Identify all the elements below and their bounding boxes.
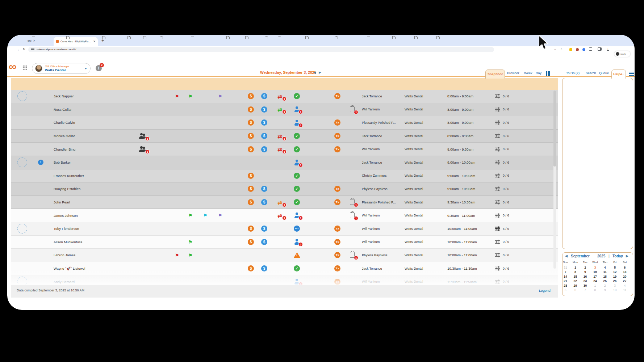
calendar-day[interactable]: 26 — [611, 279, 619, 283]
eligibility-verified-icon[interactable]: ✓ — [294, 146, 300, 152]
patient-balance-icon[interactable]: $ — [248, 93, 254, 99]
patient-balance-icon[interactable]: $ — [248, 239, 254, 245]
red-flag-icon[interactable]: ⚑ — [175, 94, 179, 98]
extension-icon[interactable] — [576, 48, 579, 51]
table-row[interactable]: Huaying Estables$$✓TxPhyless PaynlessWat… — [11, 182, 558, 196]
patient-name[interactable]: Charlie Calvin — [54, 116, 75, 129]
routing-slip-icon[interactable] — [495, 222, 501, 235]
calendar-day[interactable]: 6 — [571, 288, 580, 292]
calendar-day[interactable]: 1 — [591, 284, 599, 287]
table-row[interactable]: James Johnson⚑⚑⚑⇄111Will YankumWatts Den… — [11, 209, 558, 222]
eligibility-patient-icon[interactable]: 1 — [294, 212, 300, 218]
background-tab[interactable]: ero ✕ — [28, 39, 35, 42]
calendar-day[interactable]: 12 — [611, 270, 619, 274]
calendar-day[interactable]: 25 — [601, 279, 609, 283]
table-row[interactable]: Monica Gellar1$$⇄1✓TxJack TorranceWatts … — [11, 130, 558, 143]
calendar-day[interactable]: 5 — [611, 266, 619, 269]
calendar-day[interactable]: 10 — [611, 288, 619, 292]
extension-icon[interactable] — [569, 48, 572, 51]
prev-day-icon[interactable]: ◀ — [313, 71, 316, 74]
bookmark-star-icon[interactable]: ☆ — [560, 47, 563, 51]
calendar-day[interactable]: 3 — [611, 284, 619, 287]
green-flag-icon[interactable]: ⚑ — [188, 213, 193, 218]
forms-icon[interactable]: 1 — [350, 252, 356, 258]
calendar-day[interactable]: 22 — [571, 279, 580, 283]
treatment-plan-icon[interactable]: Tx — [334, 265, 340, 272]
prev-month-icon[interactable]: ◀ — [565, 254, 568, 258]
calendar-year[interactable]: 2025 — [597, 254, 605, 258]
forms-icon[interactable]: 1 — [350, 212, 356, 219]
search-link[interactable]: Search — [586, 71, 596, 75]
clinic-selector[interactable]: OG Office Manager Watts Dental ▼ — [32, 63, 91, 74]
treatment-plan-icon[interactable]: Tx — [334, 226, 340, 232]
tab-patient[interactable]: Halpe.. — [611, 70, 626, 79]
recare-icon[interactable]: ⇄1 — [277, 146, 284, 152]
appt-status-circle[interactable] — [17, 91, 27, 101]
calendar-day[interactable]: 20 — [620, 275, 629, 278]
table-row[interactable]: Chandler Bing1$$⇄1✓TxWill YankumWatts De… — [11, 143, 558, 156]
patient-name[interactable]: Lebron James — [54, 249, 75, 262]
routing-slip-icon[interactable] — [495, 90, 501, 103]
extensions-puzzle-icon[interactable] — [589, 47, 592, 51]
green-flag-icon[interactable]: ⚑ — [188, 253, 193, 257]
eligibility-patient-icon[interactable]: 0 — [294, 239, 300, 245]
patient-balance-icon[interactable]: $ — [248, 186, 254, 192]
eligibility-verified-icon[interactable]: ✓ — [294, 199, 300, 205]
recare-icon[interactable]: ⇄1 — [277, 106, 284, 112]
treatment-plan-icon[interactable]: Tx — [334, 252, 340, 258]
insurance-balance-icon[interactable]: $ — [261, 226, 267, 232]
routing-slip-icon[interactable] — [495, 262, 501, 275]
appt-status-circle[interactable] — [17, 224, 27, 233]
patient-name[interactable]: Toby Flenderson — [54, 222, 79, 235]
red-flag-icon[interactable]: ⚑ — [175, 253, 179, 257]
calendar-day[interactable]: 8 — [571, 270, 580, 274]
download-icon[interactable]: ↓ — [607, 47, 609, 51]
calendar-day[interactable]: 19 — [611, 275, 619, 278]
routing-slip-icon[interactable] — [495, 169, 501, 182]
patient-name[interactable]: Alison Muckenfuss — [54, 236, 82, 249]
tab-provider[interactable]: Provider — [507, 71, 519, 75]
calendar-day[interactable]: 29 — [571, 284, 580, 287]
insurance-balance-icon[interactable]: $ — [261, 93, 267, 99]
appt-status-circle[interactable] — [17, 157, 27, 167]
insurance-balance-icon[interactable]: $ — [261, 199, 267, 205]
calendar-day[interactable]: 9 — [581, 270, 590, 274]
new-patient-icon[interactable]: ! — [38, 160, 43, 165]
calendar-day[interactable]: 2 — [601, 284, 609, 287]
eligibility-verified-icon[interactable]: ✓ — [294, 173, 300, 179]
calendar-day[interactable]: 14 — [561, 275, 570, 278]
eligibility-patient-icon[interactable]: 1 — [294, 106, 300, 112]
table-row[interactable]: Wayne "🚀" Listowel$$✓TxJack TorranceWatt… — [11, 262, 558, 275]
calendar-day[interactable]: 11 — [620, 288, 629, 292]
side-panel-icon[interactable] — [598, 47, 602, 51]
routing-slip-icon[interactable] — [495, 130, 501, 143]
eligibility-verified-icon[interactable]: ✓ — [294, 186, 300, 192]
recare-icon[interactable]: ⇄1 — [277, 199, 284, 205]
household-appt-icon[interactable]: 1 — [138, 133, 147, 139]
eligibility-verified-icon[interactable]: ✓ — [294, 265, 300, 272]
reload-icon[interactable]: ↻ — [22, 47, 25, 51]
insurance-balance-icon[interactable]: $ — [261, 239, 267, 245]
calendar-day[interactable]: 9 — [601, 288, 609, 292]
table-row[interactable]: John Pearl$$⇄1✓Tx1Pleasantly Polished P.… — [11, 196, 558, 209]
treatment-plan-icon[interactable]: Tx — [334, 186, 340, 192]
calendar-day[interactable]: 15 — [571, 275, 580, 278]
recare-icon[interactable]: ⇄1 — [277, 212, 284, 218]
treatment-plan-icon[interactable]: Tx — [334, 146, 340, 152]
recare-icon[interactable]: ⇄1 — [277, 133, 284, 139]
calendar-day[interactable]: 23 — [581, 279, 590, 283]
insurance-balance-icon[interactable]: $ — [261, 186, 267, 192]
calendar-month[interactable]: September — [571, 254, 590, 258]
todo-link[interactable]: To Do (2) — [566, 71, 580, 75]
insurance-balance-icon[interactable]: $ — [261, 265, 267, 272]
app-launcher-icon[interactable] — [22, 65, 27, 70]
legend-link[interactable]: Legend — [539, 289, 551, 292]
forms-icon[interactable]: 1 — [350, 199, 356, 205]
calendar-day[interactable]: 6 — [620, 266, 629, 269]
patient-balance-icon[interactable]: $ — [248, 146, 254, 152]
table-row[interactable]: !Bob Barker1Jack TorranceWatts Dental9:0… — [11, 156, 558, 169]
routing-slip-icon[interactable] — [495, 236, 501, 249]
calendar-day[interactable]: 5 — [561, 288, 570, 292]
extension-icon[interactable] — [582, 48, 585, 51]
calendar-day[interactable]: 7 — [581, 288, 590, 292]
